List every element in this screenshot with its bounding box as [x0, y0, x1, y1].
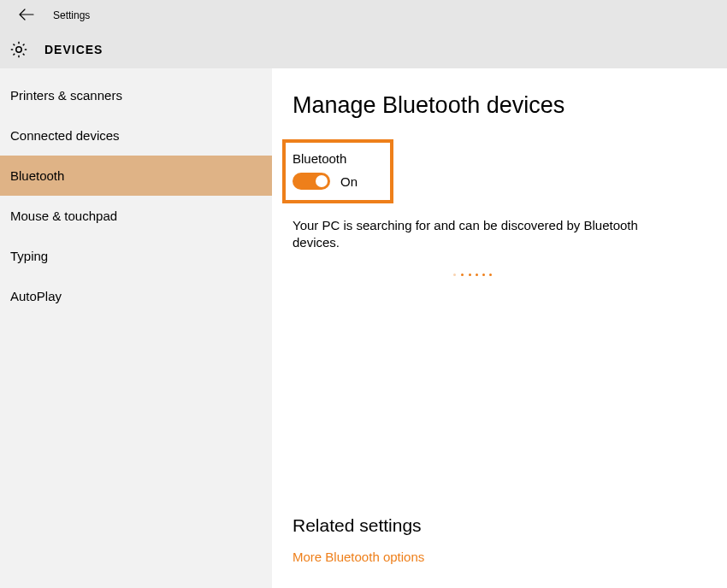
status-text: Your PC is searching for and can be disc…: [293, 217, 652, 252]
toggle-knob: [316, 175, 328, 187]
sidebar: Printers & scanners Connected devices Bl…: [0, 68, 272, 588]
toggle-label: Bluetooth: [293, 151, 358, 166]
sidebar-item-mouse-touchpad[interactable]: Mouse & touchpad: [0, 196, 272, 236]
section-title: DEVICES: [44, 43, 103, 56]
gear-icon: [9, 39, 29, 60]
related-title: Related settings: [293, 515, 424, 536]
bluetooth-toggle[interactable]: [293, 173, 330, 190]
related-settings: Related settings More Bluetooth options: [293, 515, 424, 564]
sidebar-item-autoplay[interactable]: AutoPlay: [0, 276, 272, 316]
header: Settings DEVICES: [0, 0, 727, 68]
svg-point-0: [16, 47, 21, 52]
header-section: DEVICES: [0, 31, 727, 68]
app-title: Settings: [53, 9, 90, 21]
header-top: Settings: [0, 0, 727, 31]
searching-spinner-icon: [293, 264, 652, 279]
toggle-row: On: [293, 173, 358, 190]
sidebar-item-connected-devices[interactable]: Connected devices: [0, 115, 272, 156]
bluetooth-toggle-highlight: Bluetooth On: [282, 139, 393, 203]
related-link-more-bluetooth-options[interactable]: More Bluetooth options: [293, 550, 424, 564]
sidebar-item-printers-scanners[interactable]: Printers & scanners: [0, 75, 272, 115]
content: Manage Bluetooth devices Bluetooth On Yo…: [272, 68, 727, 588]
toggle-state-label: On: [340, 174, 358, 189]
back-arrow-icon[interactable]: [19, 8, 34, 23]
sidebar-item-typing[interactable]: Typing: [0, 236, 272, 276]
sidebar-item-bluetooth[interactable]: Bluetooth: [0, 156, 272, 196]
page-title: Manage Bluetooth devices: [293, 92, 706, 119]
